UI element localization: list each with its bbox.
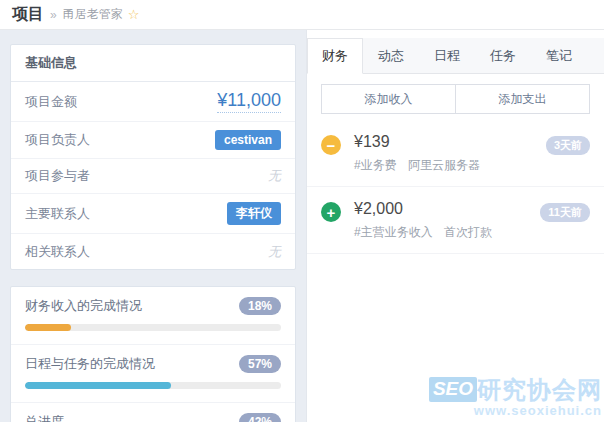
owner-badge[interactable]: cestivan <box>215 130 281 150</box>
transaction-meta: #业务费 阿里云服务器 <box>354 157 546 174</box>
progress-finance-track <box>25 324 281 331</box>
tab-notes[interactable]: 笔记 <box>531 38 587 74</box>
add-income-button[interactable]: 添加收入 <box>321 84 456 114</box>
progress-card: 财务收入的完成情况 18% 日程与任务的完成情况 57% <box>10 286 296 422</box>
info-row-related-contact: 相关联系人 无 <box>11 234 295 269</box>
tab-tasks[interactable]: 任务 <box>475 38 531 74</box>
transaction-note: 阿里云服务器 <box>408 158 480 172</box>
owner-label: 项目负责人 <box>25 131 90 149</box>
transaction-meta: #主营业务收入 首次打款 <box>354 224 540 241</box>
transaction-list: − ¥139 #业务费 阿里云服务器 3天前 + ¥2,000 <box>307 120 604 254</box>
progress-total-percent-badge: 42% <box>239 413 281 422</box>
project-detail-page: 项目 » 甬居老管家 ☆ 基础信息 项目金额 ¥11,000 项目负责人 ces… <box>0 0 604 422</box>
related-contact-label: 相关联系人 <box>25 243 90 261</box>
progress-schedule-tasks-fill <box>25 382 171 389</box>
transaction-amount: ¥139 <box>354 133 546 151</box>
favorite-star-icon[interactable]: ☆ <box>128 7 140 22</box>
amount-label: 项目金额 <box>25 93 77 111</box>
transaction-row-income[interactable]: + ¥2,000 #主营业务收入 首次打款 11天前 <box>307 187 604 254</box>
left-column: 基础信息 项目金额 ¥11,000 项目负责人 cestivan 项目参与者 无… <box>0 30 296 422</box>
progress-finance-label: 财务收入的完成情况 <box>25 297 142 315</box>
basic-info-card: 基础信息 项目金额 ¥11,000 项目负责人 cestivan 项目参与者 无… <box>10 44 296 270</box>
plus-icon: + <box>321 202 341 222</box>
transaction-time-badge: 11天前 <box>540 203 590 222</box>
tab-activity[interactable]: 动态 <box>363 38 419 74</box>
transaction-tag: #业务费 <box>354 158 397 172</box>
basic-info-title: 基础信息 <box>11 45 295 82</box>
progress-total-label: 总进度 <box>25 413 64 422</box>
right-panel: 财务 动态 日程 任务 笔记 添加收入 添加支出 − ¥139 #业务费 阿 <box>306 30 604 422</box>
transaction-body: ¥2,000 #主营业务收入 首次打款 <box>354 200 540 241</box>
transaction-note: 首次打款 <box>444 225 492 239</box>
transaction-time-badge: 3天前 <box>546 136 590 155</box>
progress-schedule-tasks-track <box>25 382 281 389</box>
participants-empty-value: 无 <box>268 167 281 185</box>
content-area: 基础信息 项目金额 ¥11,000 项目负责人 cestivan 项目参与者 无… <box>0 30 604 422</box>
main-contact-badge[interactable]: 李轩仪 <box>227 202 281 225</box>
breadcrumb-separator: » <box>50 8 57 22</box>
finance-actions: 添加收入 添加支出 <box>321 84 590 114</box>
breadcrumb: 项目 » 甬居老管家 ☆ <box>0 0 604 30</box>
breadcrumb-projects-link[interactable]: 项目 <box>12 4 44 25</box>
transaction-amount: ¥2,000 <box>354 200 540 218</box>
transaction-row-expense[interactable]: − ¥139 #业务费 阿里云服务器 3天前 <box>307 120 604 187</box>
progress-total: 总进度 42% <box>11 403 295 422</box>
info-row-amount: 项目金额 ¥11,000 <box>11 82 295 122</box>
info-row-main-contact: 主要联系人 李轩仪 <box>11 194 295 234</box>
info-row-owner: 项目负责人 cestivan <box>11 122 295 159</box>
add-expense-button[interactable]: 添加支出 <box>455 84 590 114</box>
progress-schedule-tasks-label: 日程与任务的完成情况 <box>25 355 155 373</box>
transaction-tag: #主营业务收入 <box>354 225 433 239</box>
progress-finance: 财务收入的完成情况 18% <box>11 287 295 345</box>
tab-bar: 财务 动态 日程 任务 笔记 <box>307 38 604 74</box>
progress-finance-percent-badge: 18% <box>239 297 281 315</box>
related-contact-empty-value: 无 <box>268 243 281 261</box>
progress-finance-fill <box>25 324 71 331</box>
tab-finance[interactable]: 财务 <box>307 38 363 74</box>
main-contact-label: 主要联系人 <box>25 205 90 223</box>
info-row-participants: 项目参与者 无 <box>11 159 295 194</box>
project-name: 甬居老管家 <box>63 6 123 23</box>
minus-icon: − <box>321 135 341 155</box>
tab-schedule[interactable]: 日程 <box>419 38 475 74</box>
participants-label: 项目参与者 <box>25 167 90 185</box>
progress-schedule-tasks: 日程与任务的完成情况 57% <box>11 345 295 403</box>
progress-schedule-tasks-percent-badge: 57% <box>239 355 281 373</box>
project-amount-value[interactable]: ¥11,000 <box>217 90 281 113</box>
transaction-body: ¥139 #业务费 阿里云服务器 <box>354 133 546 174</box>
